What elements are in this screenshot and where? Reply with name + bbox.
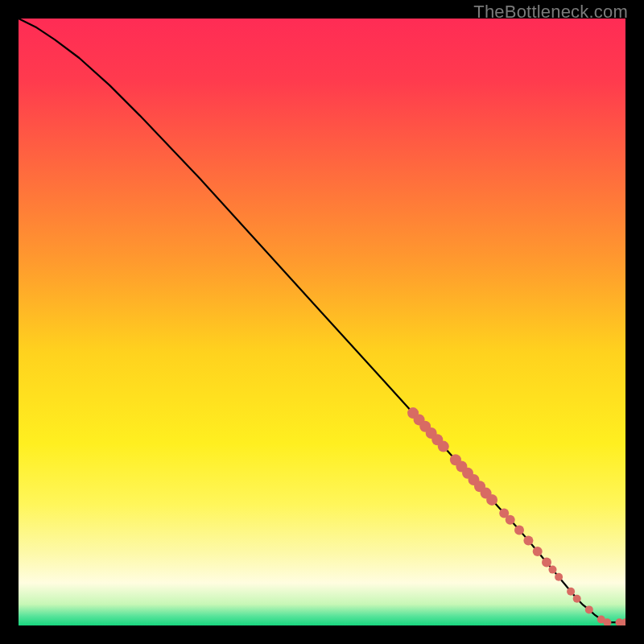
chart-frame: TheBottleneck.com	[0, 0, 644, 644]
data-marker	[555, 573, 563, 581]
data-marker	[523, 535, 533, 545]
data-marker	[506, 515, 515, 525]
data-marker	[567, 588, 575, 596]
watermark-text: TheBottleneck.com	[473, 2, 628, 23]
data-marker	[549, 566, 557, 574]
data-marker	[438, 441, 449, 452]
data-marker	[542, 558, 551, 568]
data-marker	[533, 547, 543, 556]
chart-plot	[19, 19, 625, 625]
data-marker	[514, 526, 524, 535]
gradient-background	[19, 19, 625, 625]
data-marker	[486, 494, 497, 506]
data-marker	[573, 595, 581, 603]
data-marker	[585, 605, 593, 613]
